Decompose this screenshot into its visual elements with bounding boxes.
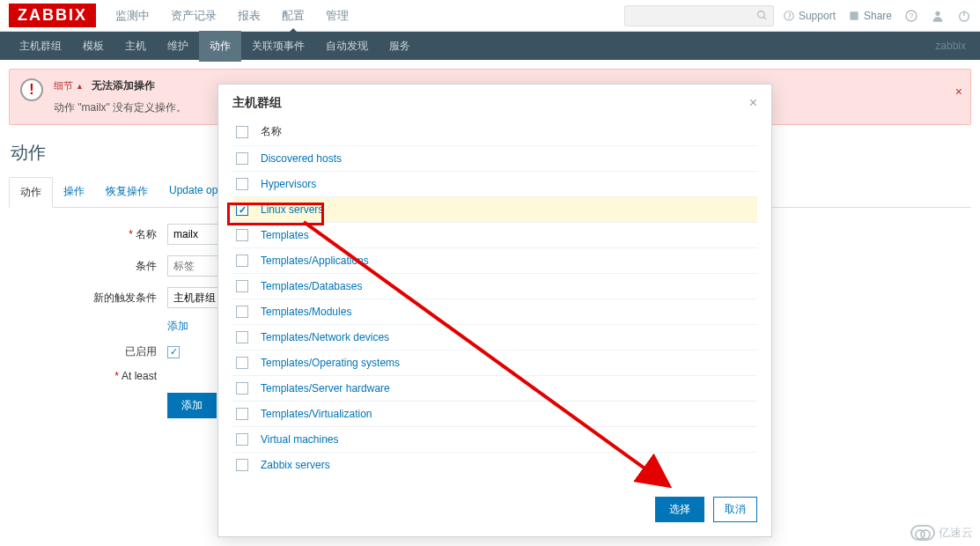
item-label: Zabbix servers xyxy=(261,459,330,471)
list-header: 名称 xyxy=(232,118,757,145)
cancel-button[interactable]: 取消 xyxy=(713,497,757,522)
alert-title: 无法添加操作 xyxy=(92,79,155,92)
list-item[interactable]: Hypervisors xyxy=(232,171,757,196)
list-item[interactable]: Templates xyxy=(232,222,757,247)
list-item[interactable]: Templates/Modules xyxy=(232,299,757,324)
subnav-item-5[interactable]: 关联项事件 xyxy=(241,31,315,62)
checkbox[interactable] xyxy=(236,408,248,420)
select-button[interactable]: 选择 xyxy=(655,497,704,522)
list-item[interactable]: Zabbix servers xyxy=(232,452,757,477)
modal-title: 主机群组 xyxy=(232,95,282,111)
list-item[interactable]: Discovered hosts xyxy=(232,145,757,171)
user-icon[interactable] xyxy=(931,9,945,23)
checkbox[interactable] xyxy=(236,331,248,343)
alert-message: 动作 "mailx" 没有定义操作。 xyxy=(54,100,187,115)
checkbox[interactable] xyxy=(236,152,248,165)
power-icon[interactable] xyxy=(957,9,971,23)
header-label: 名称 xyxy=(261,124,282,139)
topnav-item-1[interactable]: 资产记录 xyxy=(160,0,227,33)
checkbox[interactable] xyxy=(236,255,248,267)
top-nav: ZABBIX 监测中 资产记录 报表 配置 管理 Support Share ? xyxy=(0,0,980,32)
close-icon[interactable]: × xyxy=(955,85,962,99)
item-label: Linux servers xyxy=(261,203,323,216)
support-icon xyxy=(783,10,795,22)
list-item[interactable]: Templates/Server hardware xyxy=(232,375,757,401)
checkbox[interactable] xyxy=(236,178,248,190)
svg-line-1 xyxy=(763,17,766,19)
list-item[interactable]: Templates/Databases xyxy=(232,273,757,299)
support-label: Support xyxy=(799,10,836,22)
logo[interactable]: ZABBIX xyxy=(9,4,96,27)
topnav-item-0[interactable]: 监测中 xyxy=(105,0,160,33)
subnav-item-2[interactable]: 主机 xyxy=(114,31,157,62)
watermark-icon xyxy=(910,525,935,541)
select-all-checkbox[interactable] xyxy=(236,126,248,138)
search-icon xyxy=(756,10,768,21)
item-label: Templates/Modules xyxy=(261,306,351,318)
alert-icon: ! xyxy=(20,78,43,101)
support-link[interactable]: Support xyxy=(783,10,836,22)
sub-nav: 主机群组 模板 主机 维护 动作 关联项事件 自动发现 服务 zabbix xyxy=(0,32,980,60)
newcond-label: 新的触发条件 xyxy=(9,291,167,306)
top-menu: 监测中 资产记录 报表 配置 管理 xyxy=(105,0,359,33)
hostgroup-modal: 主机群组 × 名称 Discovered hosts Hypervisors L… xyxy=(217,84,772,537)
share-icon xyxy=(848,10,860,22)
list-item[interactable]: Templates/Virtualization xyxy=(232,401,757,426)
help-icon[interactable]: ? xyxy=(904,9,918,23)
item-label: Templates/Operating systems xyxy=(261,357,400,369)
item-label: Templates/Applications xyxy=(261,255,369,267)
subnav-item-4[interactable]: 动作 xyxy=(199,31,241,62)
svg-rect-4 xyxy=(850,11,858,19)
subnav-item-0[interactable]: 主机群组 xyxy=(9,31,72,62)
item-label: Virtual machines xyxy=(261,433,339,446)
item-label: Templates/Network devices xyxy=(261,331,389,343)
item-label: Templates/Server hardware xyxy=(261,382,390,395)
svg-point-3 xyxy=(789,18,790,18)
checkbox[interactable] xyxy=(236,459,248,471)
name-label: *名称 xyxy=(9,227,167,242)
share-label: Share xyxy=(864,10,892,22)
list-item[interactable]: Templates/Network devices xyxy=(232,324,757,350)
subnav-item-1[interactable]: 模板 xyxy=(72,31,114,62)
add-condition-link[interactable]: 添加 xyxy=(167,319,188,334)
cond-label: 条件 xyxy=(9,259,167,274)
list-item[interactable]: Templates/Operating systems xyxy=(232,350,757,375)
submit-button[interactable]: 添加 xyxy=(167,393,217,418)
atleast-label: *At least xyxy=(9,370,167,382)
tab-action[interactable]: 动作 xyxy=(9,177,53,208)
top-right: Support Share ? xyxy=(783,9,971,23)
topnav-item-4[interactable]: 管理 xyxy=(315,0,359,33)
subnav-item-3[interactable]: 维护 xyxy=(157,31,199,62)
close-icon[interactable]: × xyxy=(749,95,757,111)
subnav-item-7[interactable]: 服务 xyxy=(379,31,421,62)
share-link[interactable]: Share xyxy=(848,10,892,22)
list-item[interactable]: Virtual machines xyxy=(232,426,757,452)
list-item[interactable]: Linux servers xyxy=(232,196,757,222)
checkbox[interactable] xyxy=(236,306,248,318)
alert-details-toggle[interactable]: 细节 ▲ xyxy=(54,80,84,91)
topnav-item-2[interactable]: 报表 xyxy=(227,0,271,33)
tab-recovery[interactable]: 恢复操作 xyxy=(95,177,158,207)
checkbox[interactable] xyxy=(236,433,248,446)
item-label: Templates/Databases xyxy=(261,280,362,292)
checkbox[interactable] xyxy=(236,203,248,216)
search-input[interactable] xyxy=(624,5,774,26)
item-label: Discovered hosts xyxy=(261,152,342,165)
tab-operations[interactable]: 操作 xyxy=(53,177,95,207)
checkbox[interactable] xyxy=(236,382,248,395)
checkbox[interactable] xyxy=(236,280,248,292)
subnav-brand: zabbix xyxy=(935,40,971,52)
svg-point-0 xyxy=(758,11,765,18)
subnav-item-6[interactable]: 自动发现 xyxy=(315,31,379,62)
enabled-checkbox[interactable]: ✓ xyxy=(167,346,180,358)
checkbox[interactable] xyxy=(236,357,248,369)
item-label: Hypervisors xyxy=(261,178,316,190)
enabled-label: 已启用 xyxy=(9,344,167,359)
item-label: Templates/Virtualization xyxy=(261,408,372,420)
watermark: 亿速云 xyxy=(910,525,973,541)
list-item[interactable]: Templates/Applications xyxy=(232,247,757,273)
checkbox[interactable] xyxy=(236,229,248,241)
topnav-item-3[interactable]: 配置 xyxy=(271,0,315,33)
item-label: Templates xyxy=(261,229,309,241)
svg-point-7 xyxy=(935,11,939,15)
